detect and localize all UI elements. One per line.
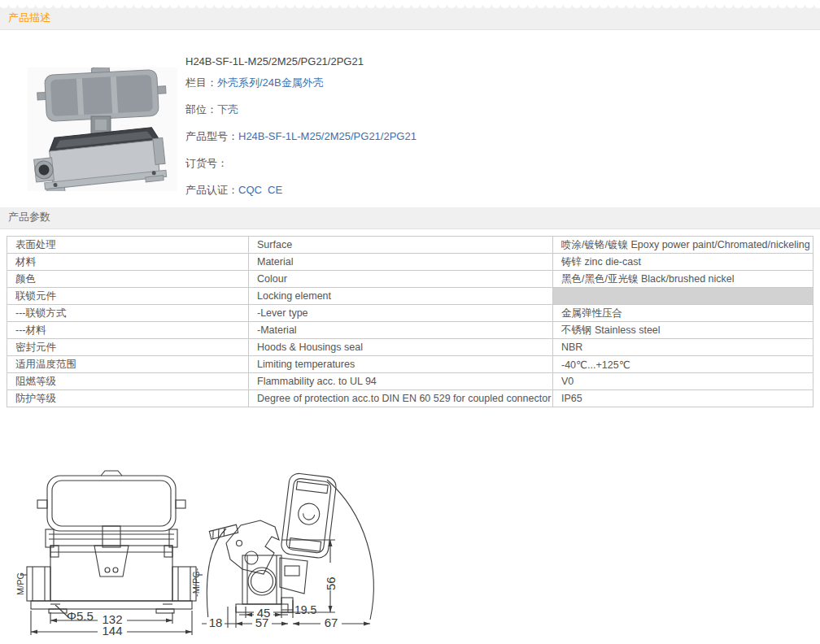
- field-model-label: 产品型号：: [185, 130, 238, 142]
- param-name-cn: 联锁元件: [7, 288, 249, 305]
- field-order-no: 订货号：: [185, 156, 417, 183]
- scallop-border: [0, 5, 820, 11]
- front-view-drawing: M/PG -M/PG- Φ5.5 132 144: [16, 464, 203, 644]
- param-row: 密封元件 Hoods & Housings seal NBR: [7, 339, 813, 356]
- field-certification-link[interactable]: CQC CE: [238, 184, 282, 196]
- param-value: 金属弹性压合: [553, 305, 813, 322]
- side-dim-67: 67: [325, 616, 338, 629]
- param-row: 适用温度范围 Limiting temperatures -40℃...+125…: [7, 356, 813, 373]
- section-title-description: 产品描述: [8, 11, 50, 25]
- field-category-label: 栏目：: [185, 76, 217, 89]
- field-part-link[interactable]: 下壳: [217, 103, 238, 115]
- param-value: 喷涂/镀铬/镀镍 Epoxy power paint/Chromated/nic…: [553, 237, 813, 254]
- product-title: H24B-SF-1L-M25/2M25/PG21/2PG21: [185, 55, 364, 67]
- param-row: 材料 Material 铸锌 zinc die-cast: [7, 254, 813, 271]
- field-category: 栏目：外壳系列/24B金属外壳: [185, 76, 417, 102]
- param-name-en: Locking element: [249, 288, 553, 305]
- field-order-no-label: 订货号：: [185, 157, 228, 169]
- param-name-en: Colour: [249, 271, 553, 288]
- product-photo: [28, 67, 177, 191]
- param-name-cn: 表面处理: [7, 237, 249, 254]
- param-value: -40℃...+125℃: [553, 356, 813, 373]
- param-name-cn: ---材料: [7, 322, 249, 339]
- param-row: 联锁元件 Locking element: [7, 288, 813, 305]
- param-name-en: Material: [249, 254, 553, 271]
- param-name-cn: 颜色: [7, 271, 249, 288]
- param-name-en: -Lever type: [249, 305, 553, 322]
- param-name-en: Degree of protection acc.to DIN EN 60 52…: [249, 390, 553, 407]
- param-name-en: Hoods & Housings seal: [249, 339, 553, 356]
- param-row: ---材料 -Material 不锈钢 Stainless steel: [7, 322, 813, 339]
- param-row: 表面处理 Surface 喷涂/镀铬/镀镍 Epoxy power paint/…: [7, 237, 813, 254]
- parameters-table: 表面处理 Surface 喷涂/镀铬/镀镍 Epoxy power paint/…: [7, 236, 813, 407]
- product-fields: 栏目：外壳系列/24B金属外壳 部位：下壳 产品型号：H24B-SF-1L-M2…: [185, 76, 417, 210]
- field-model-link[interactable]: H24B-SF-1L-M25/2M25/PG21/2PG21: [238, 130, 417, 142]
- param-row: 颜色 Colour 黑色/黑色/亚光镍 Black/brushed nickel: [7, 271, 813, 288]
- param-value: [553, 288, 813, 305]
- section-header-description: 产品描述: [0, 5, 820, 30]
- param-name-en: -Material: [249, 322, 553, 339]
- param-value: IP65: [553, 390, 813, 407]
- section-title-parameters: 产品参数: [8, 210, 50, 224]
- side-dim-56: 56: [324, 577, 338, 590]
- param-name-cn: 材料: [7, 254, 249, 271]
- param-row: 防护等级 Degree of protection acc.to DIN EN …: [7, 390, 813, 407]
- product-page: 产品描述: [0, 0, 820, 644]
- param-value: 不锈钢 Stainless steel: [553, 322, 813, 339]
- field-category-link[interactable]: 外壳系列/24B金属外壳: [217, 76, 324, 89]
- side-view-drawing: 56 45 19.5 57 67 18: [200, 462, 395, 644]
- param-name-cn: 防护等级: [7, 390, 249, 407]
- param-value: V0: [553, 373, 813, 390]
- param-row: ---联锁方式 -Lever type 金属弹性压合: [7, 305, 813, 322]
- field-part-label: 部位：: [185, 103, 217, 115]
- side-dim-57: 57: [255, 616, 269, 629]
- param-name-en: Surface: [249, 237, 553, 254]
- param-name-cn: ---联锁方式: [7, 305, 249, 322]
- param-value: 铸锌 zinc die-cast: [553, 254, 813, 271]
- field-part: 部位：下壳: [185, 102, 417, 129]
- param-name-en: Flammability acc. to UL 94: [249, 373, 553, 390]
- field-certification-label: 产品认证：: [185, 184, 238, 196]
- param-name-en: Limiting temperatures: [249, 356, 553, 373]
- param-value: 黑色/黑色/亚光镍 Black/brushed nickel: [553, 271, 813, 288]
- front-left-gland-label: M/PG: [16, 572, 25, 595]
- product-description-section: H24B-SF-1L-M25/2M25/PG21/2PG21 栏目：外壳系列/2…: [0, 30, 820, 207]
- param-value: NBR: [553, 339, 813, 356]
- param-name-cn: 适用温度范围: [7, 356, 249, 373]
- field-model: 产品型号：H24B-SF-1L-M25/2M25/PG21/2PG21: [185, 129, 417, 156]
- photo-lid: [36, 67, 167, 122]
- section-header-parameters: 产品参数: [0, 207, 820, 229]
- front-dim-144: 144: [102, 624, 122, 637]
- param-row: 阻燃等级 Flammability acc. to UL 94 V0: [7, 373, 813, 390]
- param-name-cn: 密封元件: [7, 339, 249, 356]
- side-dim-19-5: 19.5: [294, 603, 316, 616]
- field-certification: 产品认证：CQC CE: [185, 183, 417, 210]
- side-dim-18: 18: [209, 616, 223, 629]
- param-name-cn: 阻燃等级: [7, 373, 249, 390]
